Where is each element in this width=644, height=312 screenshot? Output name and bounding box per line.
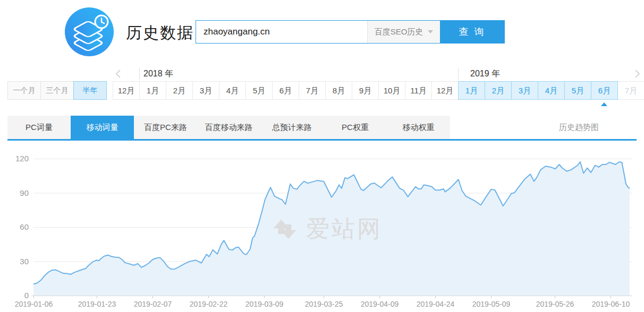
prev-year-icon[interactable]: [114, 68, 123, 79]
month-cell-9[interactable]: 9月: [352, 81, 379, 100]
month-cell-13[interactable]: 1月: [458, 81, 485, 100]
svg-text:2019-04-24: 2019-04-24: [417, 300, 455, 308]
svg-text:2019-03-25: 2019-03-25: [305, 300, 343, 308]
month-cell-16[interactable]: 4月: [538, 81, 565, 100]
metric-tab-bar: PC词量移动词量百度PC来路百度移动来路总预计来路PC权重移动权重: [7, 116, 450, 139]
svg-text:2019-04-09: 2019-04-09: [361, 300, 399, 308]
next-year-icon[interactable]: [632, 68, 642, 79]
month-cell-8[interactable]: 8月: [325, 81, 352, 100]
svg-text:60: 60: [20, 222, 29, 231]
seo-history-select-label: 百度SEO历史: [375, 27, 423, 37]
svg-text:2019-02-07: 2019-02-07: [134, 300, 172, 308]
svg-text:2019-05-26: 2019-05-26: [536, 300, 574, 308]
month-cell-3[interactable]: 3月: [192, 81, 219, 100]
clock-badge-icon: [95, 15, 108, 28]
year-label-2019: 2019 年: [470, 67, 500, 80]
month-cell-12[interactable]: 12月: [431, 81, 459, 100]
svg-text:2019-02-22: 2019-02-22: [190, 300, 228, 308]
tab-pc-words[interactable]: PC词量: [7, 116, 71, 139]
tab-pc-weight[interactable]: PC权重: [324, 116, 387, 139]
tab-total-traffic[interactable]: 总预计来路: [260, 116, 324, 139]
period-one-month[interactable]: 一个月: [7, 81, 41, 100]
month-cell-14[interactable]: 2月: [485, 81, 512, 100]
history-trend-chart: 03060901202019-01-062019-01-232019-02-07…: [0, 149, 644, 312]
month-cell-6[interactable]: 6月: [272, 81, 299, 100]
month-cell-18[interactable]: 6月: [591, 81, 618, 100]
month-cell-7[interactable]: 7月: [299, 81, 326, 100]
month-cell-11[interactable]: 11月: [405, 81, 432, 100]
area-chart-canvas: 03060901202019-01-062019-01-232019-02-07…: [0, 149, 644, 312]
domain-search-input[interactable]: [196, 21, 367, 43]
month-cell-10[interactable]: 10月: [378, 81, 405, 100]
year-divider: [139, 68, 140, 80]
month-cell-17[interactable]: 5月: [564, 81, 591, 100]
svg-text:90: 90: [20, 188, 29, 197]
seo-history-select[interactable]: 百度SEO历史: [367, 21, 440, 43]
tab-baidu-mobile-traffic[interactable]: 百度移动来路: [197, 116, 260, 139]
trend-chart-label: 历史趋势图: [559, 116, 599, 139]
svg-text:2019-01-23: 2019-01-23: [78, 300, 116, 308]
period-half-year[interactable]: 半年: [73, 81, 107, 100]
page: { "header": { "title": "历史数据", "search":…: [0, 0, 644, 312]
search-box: 百度SEO历史 查 询: [196, 20, 505, 44]
month-cell-4[interactable]: 4月: [219, 81, 246, 100]
chevron-down-icon: [428, 30, 433, 33]
query-button[interactable]: 查 询: [440, 21, 504, 43]
page-title: 历史数据: [126, 22, 194, 44]
svg-text:120: 120: [15, 154, 29, 163]
svg-text:2019-03-09: 2019-03-09: [245, 300, 284, 308]
month-cell-1[interactable]: 1月: [139, 81, 166, 100]
tab-baidu-pc-traffic[interactable]: 百度PC来路: [134, 116, 197, 139]
month-cell-15[interactable]: 3月: [511, 81, 538, 100]
month-cell-5[interactable]: 5月: [245, 81, 273, 100]
month-cell-19: 7月: [617, 81, 644, 100]
tab-mobile-words[interactable]: 移动词量: [71, 116, 134, 139]
month-cell-0[interactable]: 12月: [113, 81, 140, 100]
history-data-icon: [65, 7, 114, 56]
svg-text:30: 30: [20, 257, 29, 266]
year-label-2018: 2018 年: [143, 67, 173, 80]
tab-mobile-weight[interactable]: 移动权重: [387, 116, 450, 139]
year-divider: [458, 68, 459, 80]
period-group: 一个月三个月半年: [7, 81, 107, 100]
selected-month-pointer-icon: [601, 102, 607, 106]
svg-text:2019-05-09: 2019-05-09: [472, 300, 511, 308]
svg-text:2019-01-06: 2019-01-06: [15, 300, 53, 308]
tab-underline: [7, 139, 637, 141]
svg-text:0: 0: [24, 291, 29, 300]
month-strip: 12月1月2月3月4月5月6月7月8月9月10月11月12月1月2月3月4月5月…: [113, 81, 644, 100]
svg-text:2019-06-10: 2019-06-10: [592, 300, 630, 308]
month-cell-2[interactable]: 2月: [166, 81, 193, 100]
period-three-months[interactable]: 三个月: [40, 81, 74, 100]
